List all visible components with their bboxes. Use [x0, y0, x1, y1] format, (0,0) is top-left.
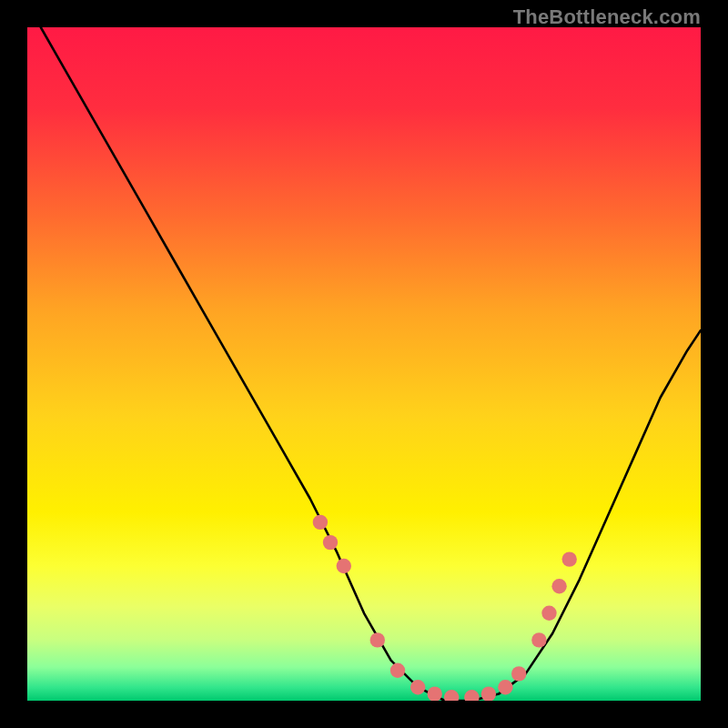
- sample-point: [323, 535, 338, 550]
- sample-point: [562, 551, 577, 566]
- sample-point: [313, 515, 328, 530]
- plot-area: [27, 27, 701, 701]
- sample-point: [337, 559, 351, 573]
- chart-frame: TheBottleneck.com: [0, 0, 728, 728]
- sample-point: [410, 680, 425, 694]
- chart-svg: [27, 27, 701, 701]
- sample-point: [531, 632, 546, 647]
- gradient-background: [27, 27, 701, 701]
- sample-point: [541, 606, 556, 621]
- watermark-text: TheBottleneck.com: [513, 5, 701, 29]
- sample-point: [390, 663, 405, 678]
- sample-point: [511, 666, 526, 681]
- sample-point: [551, 579, 566, 593]
- sample-point: [498, 680, 512, 694]
- sample-point: [370, 632, 385, 647]
